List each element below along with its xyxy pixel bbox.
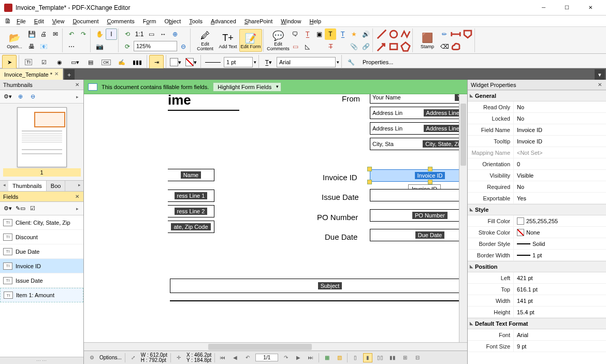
vscroll-thumb[interactable] bbox=[460, 104, 466, 166]
combobox-tool[interactable]: ▭▾ bbox=[68, 55, 82, 69]
comment-note[interactable]: 🗨 bbox=[290, 28, 301, 40]
menu-form[interactable]: Form bbox=[139, 17, 161, 25]
prop-row[interactable]: ExportableYes bbox=[468, 193, 606, 204]
field-row[interactable]: TIDiscount bbox=[0, 230, 83, 244]
sb-view4-icon[interactable]: ▮▮ bbox=[388, 353, 397, 362]
due-date-field[interactable]: Due Date bbox=[370, 229, 467, 241]
highlight-fields-button[interactable]: Highlight Form Fields bbox=[213, 82, 281, 92]
prop-row[interactable]: TooltipInvoice ID bbox=[468, 136, 606, 147]
radio-tool[interactable]: ◉ bbox=[52, 55, 67, 69]
area-tool[interactable] bbox=[462, 28, 473, 40]
thumbnails-close-icon[interactable]: ✕ bbox=[75, 82, 81, 88]
add-text-button[interactable]: T+ Add Text bbox=[217, 29, 239, 52]
font-input[interactable] bbox=[277, 57, 336, 67]
rotate-cw-button[interactable]: ⟳ bbox=[122, 41, 133, 52]
edit-form-button[interactable]: 📝 Edit Form bbox=[239, 29, 262, 52]
sb-view5-icon[interactable]: ⊞ bbox=[400, 353, 410, 362]
dist-tool[interactable] bbox=[450, 28, 461, 40]
sb-view6-icon[interactable]: ⊟ bbox=[413, 353, 422, 362]
prop-row[interactable]: Left421 pt bbox=[468, 272, 606, 284]
left-resize-grip[interactable]: ⋯⋯ bbox=[0, 357, 83, 364]
keep-mode-button[interactable]: ⇥ bbox=[149, 55, 164, 69]
cloud-tool[interactable] bbox=[450, 41, 461, 52]
prop-row[interactable]: Orientation0 bbox=[468, 158, 606, 170]
signature-tool[interactable]: ✍ bbox=[114, 55, 129, 69]
sb-view1-icon[interactable]: ▯ bbox=[351, 353, 360, 362]
pointer-tool[interactable]: ➤ bbox=[2, 55, 17, 69]
zoom-input[interactable] bbox=[134, 41, 177, 51]
from-name-field[interactable]: Your Name Your Name bbox=[370, 94, 467, 104]
save-button[interactable]: 💾 bbox=[26, 28, 37, 40]
thumbs-zoom-out-icon[interactable]: ⊖ bbox=[27, 91, 38, 103]
sb-fwd-icon[interactable]: ↷ bbox=[281, 353, 291, 362]
print-button[interactable]: 🖨 bbox=[38, 28, 49, 40]
prop-row[interactable]: Read OnlyNo bbox=[468, 101, 606, 113]
menu-sharepoint[interactable]: SharePoint bbox=[240, 17, 277, 25]
circle-tool[interactable] bbox=[388, 28, 399, 40]
sound-icon[interactable]: 🔊 bbox=[360, 28, 371, 40]
menu-tools[interactable]: Tools bbox=[185, 17, 207, 25]
maximize-button[interactable]: ☐ bbox=[555, 0, 579, 15]
attach-icon[interactable]: 📎 bbox=[348, 41, 359, 52]
menu-document[interactable]: Document bbox=[68, 17, 103, 25]
fields-scroll-right[interactable]: ▸ bbox=[73, 205, 81, 213]
redo-button[interactable]: ↷ bbox=[78, 28, 89, 40]
email-button[interactable]: ✉ bbox=[50, 28, 61, 40]
prop-row[interactable]: Font Size9 pt bbox=[468, 341, 606, 352]
menu-window[interactable]: Window bbox=[277, 17, 305, 25]
prop-row[interactable]: Border StyleSolid bbox=[468, 238, 606, 250]
thumbs-scroll-right[interactable]: ▸ bbox=[73, 93, 81, 101]
prop-row[interactable]: LockedNo bbox=[468, 113, 606, 124]
stroke-swatch[interactable] bbox=[517, 229, 524, 236]
undo-button[interactable]: ↶ bbox=[66, 28, 77, 40]
select-tool[interactable]: I bbox=[106, 28, 117, 40]
sb-view2-icon[interactable]: ▮ bbox=[363, 353, 372, 362]
zoom-100-button[interactable]: 1:1 bbox=[134, 28, 145, 40]
menu-file[interactable]: File bbox=[12, 17, 30, 25]
tabs-menu-button[interactable]: ▾ bbox=[595, 69, 605, 80]
sb-gear-icon[interactable]: ⚙ bbox=[87, 353, 96, 362]
app-menu-icon[interactable]: 🗎 bbox=[3, 17, 12, 26]
polygon-tool[interactable] bbox=[400, 41, 411, 52]
edit-content-button[interactable]: 🖉 Edit Content bbox=[194, 29, 217, 52]
undo-more-button[interactable]: ⋯ bbox=[66, 41, 77, 52]
arrow-tool[interactable] bbox=[376, 41, 387, 52]
stamp-button[interactable]: 🟫 Stamp bbox=[416, 29, 439, 52]
rect-tool[interactable] bbox=[388, 41, 399, 52]
sb-back-icon[interactable]: ↶ bbox=[243, 353, 252, 362]
resize-handle[interactable] bbox=[428, 180, 432, 184]
snapshot-button[interactable]: 📷 bbox=[94, 41, 105, 52]
client-addr1-field[interactable]: ress Line 1 bbox=[168, 190, 214, 202]
polyline-tool[interactable] bbox=[400, 28, 411, 40]
checkbox-tool[interactable]: ☑ bbox=[37, 55, 51, 69]
prop-row[interactable]: RequiredNo bbox=[468, 181, 606, 193]
page-indicator[interactable]: 1/1 bbox=[255, 354, 278, 361]
menu-help[interactable]: Help bbox=[305, 17, 325, 25]
resize-handle[interactable] bbox=[367, 180, 372, 184]
comment-box[interactable]: ▭ bbox=[290, 41, 301, 52]
open-button[interactable]: 📂 Open... bbox=[3, 29, 26, 52]
text-color-button[interactable]: T̲▾ bbox=[261, 55, 276, 69]
subject-field[interactable]: Subject bbox=[170, 279, 467, 293]
prop-row[interactable]: VisibilityVisible bbox=[468, 170, 606, 181]
menu-edit[interactable]: Edit bbox=[30, 17, 48, 25]
client-name-field[interactable]: Name bbox=[168, 169, 214, 181]
fields-options-icon[interactable]: ⚙▾ bbox=[2, 203, 13, 214]
hl-text[interactable]: T bbox=[325, 28, 336, 40]
listbox-tool[interactable]: ▤ bbox=[83, 55, 98, 69]
thumbs-options-icon[interactable]: ⚙▾ bbox=[2, 91, 13, 103]
section-position[interactable]: Position bbox=[468, 261, 606, 272]
resize-handle[interactable] bbox=[428, 167, 432, 171]
link-icon[interactable]: 🔗 bbox=[360, 41, 371, 52]
tab-thumbnails[interactable]: Thumbnails bbox=[8, 181, 47, 191]
properties-close-icon[interactable]: ✕ bbox=[598, 82, 604, 88]
document-tab[interactable]: Invoice_Template * ✕ bbox=[0, 68, 63, 80]
comment-callout[interactable]: ◺ bbox=[301, 41, 313, 52]
sb-options[interactable]: Options... bbox=[99, 355, 122, 360]
pencil-tool[interactable]: ✏ bbox=[439, 28, 450, 40]
close-button[interactable]: ✕ bbox=[579, 0, 602, 15]
thumbs-zoom-in-icon[interactable]: ⊕ bbox=[15, 91, 26, 103]
line-tool[interactable] bbox=[376, 28, 387, 40]
stroke-width-input[interactable] bbox=[224, 57, 253, 67]
hscroll-thumb[interactable] bbox=[208, 344, 312, 350]
